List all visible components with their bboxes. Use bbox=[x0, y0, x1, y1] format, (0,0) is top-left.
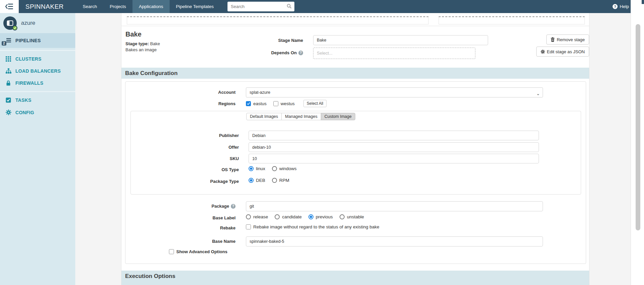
sku-input[interactable] bbox=[249, 154, 539, 163]
stage-editor-panel: Bake Stage type: Bake Bakes an image Sta… bbox=[121, 13, 589, 285]
sku-label: SKU bbox=[125, 156, 239, 161]
bake-configuration-header: Bake Configuration bbox=[121, 68, 589, 79]
tab-managed-images[interactable]: Managed Images bbox=[281, 113, 321, 120]
account-select[interactable]: splat-azure ⌄ bbox=[246, 87, 543, 97]
edit-stage-json-label: Edit stage as JSON bbox=[547, 49, 585, 54]
base-label-candidate-radio[interactable] bbox=[275, 214, 280, 219]
publisher-input[interactable] bbox=[249, 131, 539, 140]
rebake-description[interactable]: Rebake image without regard to the statu… bbox=[253, 224, 379, 229]
package-input[interactable] bbox=[246, 201, 543, 211]
depends-on-help-icon[interactable]: ? bbox=[298, 51, 303, 55]
depends-on-label: Depends On? bbox=[215, 50, 303, 55]
rebake-label: Rebake bbox=[125, 225, 236, 230]
sidebar-item-label: PIPELINES bbox=[15, 38, 41, 43]
sidebar-item-label: CLUSTERS bbox=[15, 56, 41, 62]
package-type-rpm-radio[interactable] bbox=[272, 178, 277, 183]
gear-icon bbox=[4, 110, 13, 115]
region-westus-label[interactable]: westus bbox=[281, 101, 295, 106]
base-name-label: Base Name bbox=[125, 239, 236, 244]
os-windows-label[interactable]: windows bbox=[279, 166, 297, 171]
nav-item-search[interactable]: Search bbox=[76, 0, 103, 13]
execution-options-header: Execution Options bbox=[121, 271, 589, 285]
stage-name-label: Stage Name bbox=[222, 38, 303, 43]
publisher-label: Publisher bbox=[125, 133, 239, 138]
edit-stage-json-button[interactable]: Edit stage as JSON bbox=[536, 47, 589, 57]
stage-title: Bake bbox=[125, 30, 142, 38]
base-label-release-radio[interactable] bbox=[246, 214, 251, 219]
package-label: Package? bbox=[125, 204, 236, 209]
offer-label: Offer bbox=[125, 145, 239, 150]
base-label-previous-radio[interactable] bbox=[308, 214, 313, 219]
clipped-panel-right bbox=[439, 16, 585, 24]
regions-label: Regions bbox=[125, 101, 236, 106]
global-search-input[interactable] bbox=[227, 2, 294, 11]
sidebar-item-tasks[interactable]: TASKS bbox=[0, 94, 75, 106]
sidebar-item-label: CONFIG bbox=[15, 110, 34, 115]
pipelines-count-badge: 2 bbox=[2, 41, 6, 46]
application-header[interactable]: azure bbox=[0, 13, 75, 33]
sidebar-item-firewalls[interactable]: FIREWALLS bbox=[0, 77, 75, 89]
scrollbar-track[interactable] bbox=[631, 0, 644, 285]
sidebar-toggle-button[interactable] bbox=[0, 0, 19, 13]
sidebar-item-clusters[interactable]: CLUSTERS bbox=[0, 53, 75, 65]
remove-stage-button[interactable]: Remove stage bbox=[546, 34, 589, 45]
base-label-label: Base Label bbox=[125, 215, 236, 220]
tab-default-images[interactable]: Default Images bbox=[246, 113, 282, 120]
base-name-input[interactable] bbox=[246, 236, 543, 246]
tab-custom-image[interactable]: Custom Image bbox=[321, 113, 355, 120]
application-icon bbox=[3, 16, 17, 30]
region-eastus-label[interactable]: eastus bbox=[253, 101, 267, 106]
package-help-icon[interactable]: ? bbox=[231, 204, 236, 209]
base-label-unstable-radio[interactable] bbox=[340, 214, 345, 219]
base-label-candidate-label[interactable]: candidate bbox=[282, 214, 302, 219]
package-type-deb-radio[interactable] bbox=[249, 178, 254, 183]
os-linux-radio[interactable] bbox=[249, 166, 254, 171]
sidebar-item-label: FIREWALLS bbox=[15, 80, 43, 86]
lock-icon bbox=[4, 80, 13, 86]
scrollbar-corner bbox=[642, 0, 644, 4]
show-advanced-options-label[interactable]: Show Advanced Options bbox=[176, 249, 227, 254]
nav-item-applications[interactable]: Applications bbox=[132, 0, 170, 13]
offer-input[interactable] bbox=[249, 142, 539, 152]
stage-type-line: Stage type: Bake bbox=[125, 41, 160, 46]
app-check-icon bbox=[12, 25, 17, 30]
package-type-rpm-label[interactable]: RPM bbox=[279, 178, 289, 183]
select-all-regions-button[interactable]: Select All bbox=[303, 100, 327, 107]
sidebar-item-label: LOAD BALANCERS bbox=[15, 68, 61, 74]
account-selected-value: splat-azure bbox=[250, 90, 270, 95]
base-label-unstable-label[interactable]: unstable bbox=[347, 214, 364, 219]
stage-type-label: Stage type: bbox=[125, 41, 149, 46]
depends-on-select[interactable]: Select... bbox=[313, 48, 475, 59]
package-type-deb-label[interactable]: DEB bbox=[256, 178, 265, 183]
os-windows-radio[interactable] bbox=[272, 166, 277, 171]
top-nav: SPINNAKER Search Projects Applications P… bbox=[0, 0, 635, 13]
nav-item-projects[interactable]: Projects bbox=[103, 0, 132, 13]
base-label-release-label[interactable]: release bbox=[253, 214, 268, 219]
base-label-previous-label[interactable]: previous bbox=[316, 214, 333, 219]
region-westus-checkbox[interactable] bbox=[273, 101, 278, 106]
nav-item-pipeline-templates[interactable]: Pipeline Templates bbox=[170, 0, 220, 13]
gear-icon bbox=[541, 50, 545, 54]
show-advanced-options-checkbox[interactable] bbox=[169, 249, 174, 254]
panel-divider bbox=[121, 26, 589, 26]
execution-options-title: Execution Options bbox=[125, 273, 175, 280]
region-eastus-checkbox[interactable] bbox=[246, 101, 251, 106]
stage-description: Bakes an image bbox=[125, 47, 157, 52]
os-linux-label[interactable]: linux bbox=[256, 166, 265, 171]
rebake-checkbox[interactable] bbox=[246, 224, 251, 229]
sidebar-divider bbox=[0, 50, 75, 51]
remove-stage-label: Remove stage bbox=[557, 37, 585, 42]
sidebar: azure 2 PIPELINES CLUSTERS LOAD bbox=[0, 13, 75, 285]
collapse-menu-icon bbox=[5, 3, 13, 10]
sitemap-icon bbox=[4, 68, 13, 74]
sidebar-item-config[interactable]: CONFIG bbox=[0, 106, 75, 119]
brand-logo[interactable]: SPINNAKER bbox=[19, 0, 76, 13]
sidebar-item-load-balancers[interactable]: LOAD BALANCERS bbox=[0, 65, 75, 77]
main-content: Bake Stage type: Bake Bakes an image Sta… bbox=[75, 13, 631, 285]
scrollbar-thumb[interactable] bbox=[636, 24, 640, 230]
sidebar-item-pipelines[interactable]: 2 PIPELINES bbox=[0, 33, 75, 48]
sidebar-divider bbox=[0, 91, 75, 92]
depends-on-label-text: Depends On bbox=[271, 50, 297, 55]
account-label: Account bbox=[125, 90, 236, 95]
stage-name-input[interactable] bbox=[313, 35, 488, 45]
